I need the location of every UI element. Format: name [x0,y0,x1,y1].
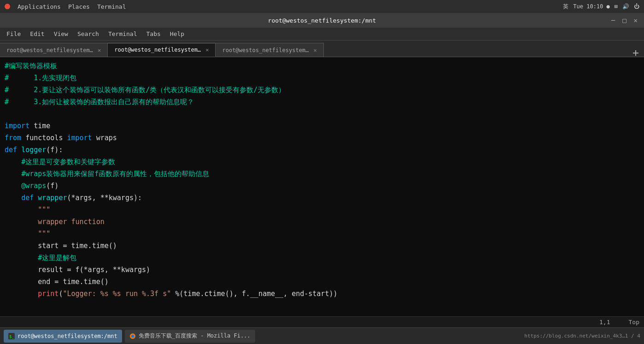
sys-grid-icon[interactable]: ⊞ [615,3,618,10]
line-6: import time [5,120,639,132]
taskbar: $_ root@westos_netfilesystem:/mnt 免费音乐下载… [0,327,644,344]
menu-view[interactable]: View [50,30,72,38]
sys-volume-icon[interactable]: 🔊 [622,3,629,10]
minimize-button[interactable]: ─ [609,17,617,24]
terminal-icon: $_ [8,333,15,339]
sys-lang: 英 [563,3,568,11]
cursor-position: 1,1 [599,319,610,326]
line-14: wrapper function [5,216,639,228]
line-19: end = time.time() [5,276,639,288]
menu-search[interactable]: Search [74,30,103,38]
taskbar-terminal[interactable]: $_ root@westos_netfilesystem:/mnt [4,330,122,343]
svg-point-5 [131,335,134,338]
svg-text:$_: $_ [9,334,14,339]
menu-file[interactable]: File [3,30,24,38]
line-13: """ [5,204,639,216]
menu-bar: File Edit View Search Terminal Tabs Help [0,28,644,41]
tab-2-close[interactable]: ✕ [313,47,316,53]
maximize-button[interactable]: □ [621,17,628,24]
line-9: #这里是可变参数和关键字参数 [5,156,639,168]
line-20: print("Logger: %s %s run %.3f s" %(time.… [5,288,639,300]
window-controls: ─ □ ✕ [609,17,639,24]
tab-2[interactable]: root@westos_netfilesystem:~/Desktop ✕ [216,43,323,57]
close-button[interactable]: ✕ [632,17,639,24]
main-content: #编写装饰器模板 # 1.先实现闭包 # 2.要让这个装饰器可以装饰所有函数/类… [0,57,644,327]
svg-rect-1 [633,53,638,53]
title-bar: root@westos_netfilesystem:/mnt ─ □ ✕ [0,13,644,28]
app-dot [5,4,10,9]
menu-edit[interactable]: Edit [26,30,48,38]
menu-help[interactable]: Help [166,30,188,38]
new-tab-button[interactable] [627,49,644,57]
menu-terminal[interactable]: Terminal [105,30,141,38]
tab-bar: root@westos_netfilesystem:/mnt/03 ✕ root… [0,41,644,57]
line-10: #wraps装饰器用来保留f函数原有的属性，包括他的帮助信息 [5,168,639,180]
tab-2-label: root@westos_netfilesystem:~/Desktop [222,47,310,53]
tab-0-label: root@westos_netfilesystem:/mnt/03 [6,47,94,53]
line-12: def wrapper(*args, **kwargs): [5,192,639,204]
line-11: @wraps(f) [5,180,639,192]
sys-menu-places[interactable]: Places [68,3,90,10]
taskbar-firefox[interactable]: 免费音乐下载_百度搜索 - Mozilla Fi... [125,330,255,343]
editor-status-bar: 1,1 Top [0,316,644,327]
scroll-position: Top [629,319,639,326]
taskbar-terminal-label: root@westos_netfilesystem:/mnt [18,333,117,339]
line-7: from functools import wraps [5,132,639,144]
tab-0-close[interactable]: ✕ [98,47,101,53]
code-editor[interactable]: #编写装饰器模板 # 1.先实现闭包 # 2.要让这个装饰器可以装饰所有函数/类… [0,57,644,316]
line-5 [5,108,639,120]
line-3: # 2.要让这个装饰器可以装饰所有函数/类（代表汉和函数可以接受有参数/无参数） [5,84,639,96]
system-bar: Applications Places Terminal 英 Tue 10:10… [0,0,644,13]
sys-menu-applications[interactable]: Applications [18,3,61,10]
sys-menu-terminal[interactable]: Terminal [97,3,126,10]
sys-clock: Tue 10:10 ● [573,3,609,10]
tab-0[interactable]: root@westos_netfilesystem:/mnt/03 ✕ [0,43,108,57]
line-1: #编写装饰器模板 [5,60,639,72]
line-4: # 3.如何让被装饰的函数报出自己原有的帮助信息呢？ [5,96,639,108]
line-18: result = f(*args, **kwargs) [5,264,639,276]
menu-tabs[interactable]: Tabs [143,30,164,38]
line-2: # 1.先实现闭包 [5,72,639,84]
line-8: def logger(f): [5,144,639,156]
system-bar-left: Applications Places Terminal [5,3,126,10]
line-17: #这里是解包 [5,252,639,264]
firefox-icon [129,333,136,339]
tab-1-close[interactable]: ✕ [205,47,209,53]
line-16: start = time.time() [5,240,639,252]
tab-1[interactable]: root@westos_netfilesystem:/mnt ✕ [108,43,216,57]
taskbar-firefox-label: 免费音乐下载_百度搜索 - Mozilla Fi... [139,332,251,340]
taskbar-url: https://blog.csdn.net/weixin_4k3…1 / 4 [524,333,640,339]
line-15: """ [5,228,639,240]
tab-1-label: root@westos_netfilesystem:/mnt [114,47,202,53]
sys-power-icon[interactable]: ⏻ [634,3,639,10]
system-bar-right: 英 Tue 10:10 ● ⊞ 🔊 ⏻ [563,3,639,11]
window-title: root@westos_netfilesystem:/mnt [268,17,376,24]
